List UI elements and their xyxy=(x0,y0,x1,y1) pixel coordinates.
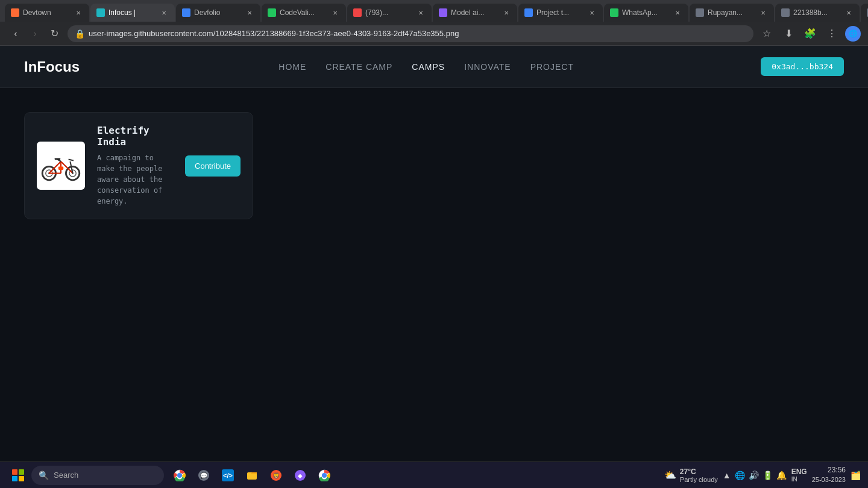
weather-info: ⛅ 27°C Partly cloudy xyxy=(664,468,718,483)
tab-title-codevalid: CodeVali... xyxy=(280,8,327,17)
tab-close-whatsapp[interactable]: ✕ xyxy=(673,8,682,17)
taskbar-filemanager-icon[interactable] xyxy=(241,465,263,486)
tab-img2[interactable]: 221388b... ✕ xyxy=(861,4,868,22)
tab-title-img1: 221388b... xyxy=(793,8,840,17)
wallet-button[interactable]: 0x3ad...bb324 xyxy=(761,57,844,76)
tray-network-icon[interactable]: 🌐 xyxy=(735,471,745,480)
tab-rupayan[interactable]: Rupayan... ✕ xyxy=(690,4,774,22)
reload-button[interactable]: ↻ xyxy=(46,25,63,42)
url-box[interactable]: 🔒 user-images.githubusercontent.com/1028… xyxy=(68,25,753,42)
tray-battery-icon[interactable]: 🔋 xyxy=(763,471,773,480)
download-button[interactable]: ⬇ xyxy=(780,25,797,42)
taskbar: 🔍 Search 💬 </> xyxy=(0,461,868,488)
clock-date: 25-03-2023 xyxy=(812,475,846,484)
tab-close-project[interactable]: ✕ xyxy=(587,8,597,17)
tab-codevalid[interactable]: CodeVali... ✕ xyxy=(262,4,346,22)
tray-notification-icon[interactable]: 🔔 xyxy=(776,471,787,480)
nav-camps[interactable]: CAMPS xyxy=(412,62,445,72)
tab-close-devtown[interactable]: ✕ xyxy=(74,8,83,17)
main-content: Electrify India A campaign to make the p… xyxy=(0,88,868,488)
svg-line-13 xyxy=(69,160,74,161)
nav-project[interactable]: PROJECT xyxy=(530,62,574,72)
tray-volume-icon[interactable]: 🔊 xyxy=(749,471,759,480)
weather-condition: Partly cloudy xyxy=(680,476,718,483)
taskbar-messenger-icon[interactable]: 💬 xyxy=(193,465,215,486)
bookmark-button[interactable]: ☆ xyxy=(758,25,775,42)
tab-infocus[interactable]: Infocus | ✕ xyxy=(90,4,175,22)
address-bar: ‹ › ↻ 🔒 user-images.githubusercontent.co… xyxy=(0,22,868,46)
system-tray-icons: ▲ 🌐 🔊 🔋 🔔 xyxy=(723,471,787,480)
tab-whatsapp[interactable]: WhatsAp... ✕ xyxy=(604,4,688,22)
tab-youtube[interactable]: (793)... ✕ xyxy=(347,4,432,22)
language-indicator[interactable]: ENG IN xyxy=(791,468,807,483)
nav-home[interactable]: HOME xyxy=(278,62,306,72)
region-text: IN xyxy=(791,476,807,483)
tab-close-infocus[interactable]: ✕ xyxy=(159,8,169,17)
nav-innovate[interactable]: INNOVATE xyxy=(464,62,511,72)
tab-close-model[interactable]: ✕ xyxy=(502,8,511,17)
tab-close-devfolio[interactable]: ✕ xyxy=(245,8,254,17)
tab-title-model: Model ai... xyxy=(451,8,498,17)
campaign-description: A campaign to make the people aware abou… xyxy=(97,152,173,207)
browser-frame: Devtown ✕ Infocus | ✕ Devfolio ✕ CodeVal… xyxy=(0,0,868,488)
tab-favicon-img1 xyxy=(781,8,790,17)
tab-project[interactable]: Project t... ✕ xyxy=(518,4,603,22)
svg-text:💬: 💬 xyxy=(200,472,208,480)
menu-button[interactable]: ⋮ xyxy=(823,25,840,42)
system-clock[interactable]: 23:56 25-03-2023 xyxy=(812,465,846,484)
tab-title-devfolio: Devfolio xyxy=(194,8,241,17)
tab-title-devtown: Devtown xyxy=(23,8,70,17)
forward-button[interactable]: › xyxy=(27,25,43,42)
tab-devtown[interactable]: Devtown ✕ xyxy=(5,4,89,22)
notifications-icon[interactable]: 🗂️ xyxy=(851,471,861,480)
app-navbar: InFocus HOME CREATE CAMP CAMPS INNOVATE … xyxy=(0,46,868,88)
lock-icon: 🔒 xyxy=(75,29,85,39)
taskbar-purple-app-icon[interactable]: ◆ xyxy=(289,465,311,486)
svg-point-16 xyxy=(177,473,182,478)
campaign-title: Electrify India xyxy=(97,125,173,148)
contribute-button[interactable]: Contribute xyxy=(185,155,241,177)
tab-bar: Devtown ✕ Infocus | ✕ Devfolio ✕ CodeVal… xyxy=(0,0,868,22)
svg-text:</>: </> xyxy=(223,472,233,479)
taskbar-pinned-icons: 💬 </> 🦁 ◆ xyxy=(169,465,335,486)
svg-rect-11 xyxy=(55,158,61,160)
tab-close-codevalid[interactable]: ✕ xyxy=(330,8,340,17)
campaign-card: Electrify India A campaign to make the p… xyxy=(24,112,253,219)
tab-close-youtube[interactable]: ✕ xyxy=(416,8,426,17)
tab-devfolio[interactable]: Devfolio ✕ xyxy=(176,4,260,22)
start-button[interactable] xyxy=(7,465,29,486)
taskbar-brave-icon[interactable]: 🦁 xyxy=(265,465,287,486)
tray-arrow-icon[interactable]: ▲ xyxy=(723,471,731,480)
tab-favicon-devtown xyxy=(11,8,19,17)
tab-title-youtube: (793)... xyxy=(365,8,412,17)
nav-create-camp[interactable]: CREATE CAMP xyxy=(326,62,392,72)
tab-title-project: Project t... xyxy=(536,8,583,17)
taskbar-vscode-icon[interactable]: </> xyxy=(217,465,239,486)
app-logo[interactable]: InFocus xyxy=(24,58,80,75)
back-button[interactable]: ‹ xyxy=(7,25,24,42)
tab-close-img1[interactable]: ✕ xyxy=(844,8,854,17)
tab-favicon-model xyxy=(439,8,447,17)
tab-favicon-infocus xyxy=(96,8,105,17)
tab-close-rupayan[interactable]: ✕ xyxy=(758,8,768,17)
svg-text:◆: ◆ xyxy=(298,472,303,479)
tab-model[interactable]: Model ai... ✕ xyxy=(433,4,517,22)
svg-point-27 xyxy=(322,473,327,478)
webpage: InFocus HOME CREATE CAMP CAMPS INNOVATE … xyxy=(0,46,868,488)
url-text: user-images.githubusercontent.com/102848… xyxy=(89,29,746,38)
weather-icon: ⛅ xyxy=(664,469,676,481)
tab-favicon-project xyxy=(524,8,533,17)
tab-title-infocus: Infocus | xyxy=(108,8,156,17)
weather-temperature: 27°C xyxy=(680,468,718,476)
tab-favicon-devfolio xyxy=(182,8,190,17)
tab-favicon-youtube xyxy=(353,8,362,17)
campaign-image xyxy=(37,142,85,190)
tab-img1[interactable]: 221388b... ✕ xyxy=(775,4,860,22)
profile-avatar[interactable]: 🌐 xyxy=(845,26,861,42)
taskbar-search[interactable]: 🔍 Search xyxy=(31,466,164,485)
campaign-info: Electrify India A campaign to make the p… xyxy=(97,125,173,207)
extensions-button[interactable]: 🧩 xyxy=(802,25,819,42)
taskbar-chrome2-icon[interactable] xyxy=(313,465,335,486)
taskbar-chrome-icon[interactable] xyxy=(169,465,190,486)
svg-rect-14 xyxy=(58,166,63,170)
